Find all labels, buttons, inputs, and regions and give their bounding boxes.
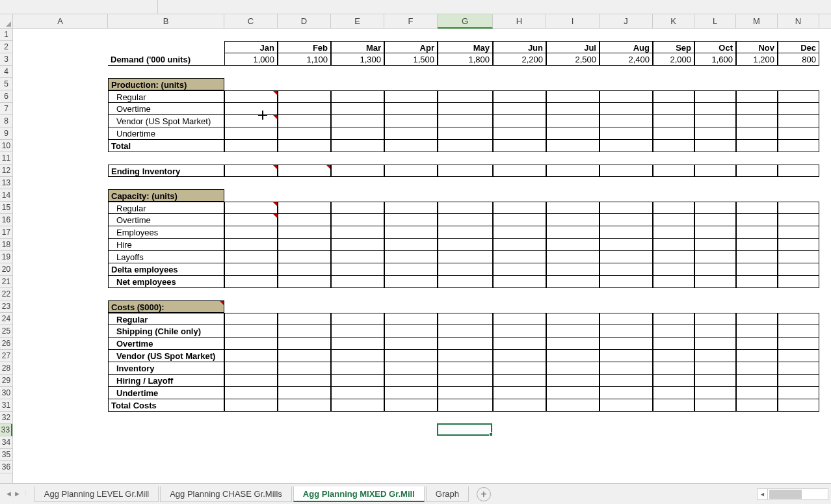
cell-K12[interactable]	[653, 165, 694, 177]
cell-F30[interactable]	[384, 387, 438, 399]
row-header-10[interactable]: 10	[0, 140, 12, 152]
cell-F31[interactable]	[384, 399, 438, 412]
cell-I17[interactable]	[546, 226, 600, 239]
row-header-3[interactable]: 3	[0, 53, 12, 66]
row-header-18[interactable]: 18	[0, 239, 12, 251]
production-total-label[interactable]: Total	[108, 140, 224, 152]
cell-D24[interactable]	[278, 313, 331, 325]
tab-nav-arrows[interactable]: ◄ ► ⋮	[0, 490, 34, 498]
cell-N18[interactable]	[778, 239, 819, 251]
cell-M27[interactable]	[736, 350, 778, 362]
column-header-E[interactable]: E	[331, 14, 384, 29]
scroll-left-icon[interactable]: ◄	[758, 489, 768, 499]
cell-G16[interactable]	[438, 214, 493, 226]
sheet-tab-1[interactable]: Agg Planning CHASE Gr.Mills	[160, 486, 292, 502]
row-header-35[interactable]: 35	[0, 449, 12, 461]
cell-J29[interactable]	[600, 375, 653, 387]
cell-G20[interactable]	[438, 263, 493, 276]
cell-G6[interactable]	[438, 90, 493, 103]
cell-M18[interactable]	[736, 239, 778, 251]
cell-H31[interactable]	[493, 399, 546, 412]
cell-L25[interactable]	[694, 325, 736, 338]
row-header-5[interactable]: 5	[0, 78, 12, 90]
cell-K31[interactable]	[653, 399, 694, 412]
cell-K26[interactable]	[653, 338, 694, 350]
cell-J19[interactable]	[600, 251, 653, 263]
cell-J8[interactable]	[600, 115, 653, 127]
month-header-nov[interactable]: Nov	[736, 41, 778, 53]
column-header-I[interactable]: I	[546, 14, 600, 29]
month-header-mar[interactable]: Mar	[331, 41, 384, 53]
column-header-B[interactable]: B	[108, 14, 224, 29]
row-header-28[interactable]: 28	[0, 362, 12, 375]
cell-N15[interactable]	[778, 202, 819, 214]
row-header-9[interactable]: 9	[0, 127, 12, 140]
cell-H30[interactable]	[493, 387, 546, 399]
cell-E6[interactable]	[331, 90, 384, 103]
cell-N16[interactable]	[778, 214, 819, 226]
sheet-tab-2[interactable]: Agg Planning MIXED Gr.Mill	[293, 486, 425, 502]
column-header-J[interactable]: J	[600, 14, 653, 29]
cell-D17[interactable]	[278, 226, 331, 239]
cell-C26[interactable]	[224, 338, 278, 350]
cell-I27[interactable]	[546, 350, 600, 362]
demand-nov[interactable]: 1,200	[736, 53, 778, 66]
cell-E12[interactable]	[331, 165, 384, 177]
cell-E8[interactable]	[331, 115, 384, 127]
cell-D9[interactable]	[278, 127, 331, 140]
cell-K19[interactable]	[653, 251, 694, 263]
cell-J27[interactable]	[600, 350, 653, 362]
cell-I29[interactable]	[546, 375, 600, 387]
cell-C27[interactable]	[224, 350, 278, 362]
row-header-14[interactable]: 14	[0, 189, 12, 202]
month-header-sep[interactable]: Sep	[653, 41, 694, 53]
cell-E7[interactable]	[331, 103, 384, 115]
cell-M24[interactable]	[736, 313, 778, 325]
cell-H17[interactable]	[493, 226, 546, 239]
cell-N17[interactable]	[778, 226, 819, 239]
cell-I26[interactable]	[546, 338, 600, 350]
row-header-1[interactable]: 1	[0, 29, 12, 41]
demand-sep[interactable]: 2,000	[653, 53, 694, 66]
cell-C25[interactable]	[224, 325, 278, 338]
scroll-thumb[interactable]	[769, 490, 802, 499]
cell-I12[interactable]	[546, 165, 600, 177]
cell-D26[interactable]	[278, 338, 331, 350]
cell-H21[interactable]	[493, 276, 546, 288]
cell-G7[interactable]	[438, 103, 493, 115]
cell-L9[interactable]	[694, 127, 736, 140]
column-header-A[interactable]: A	[13, 14, 108, 29]
cell-N30[interactable]	[778, 387, 819, 399]
month-header-feb[interactable]: Feb	[278, 41, 331, 53]
cell-K20[interactable]	[653, 263, 694, 276]
cell-I6[interactable]	[546, 90, 600, 103]
cell-E19[interactable]	[331, 251, 384, 263]
cell-N27[interactable]	[778, 350, 819, 362]
cell-H20[interactable]	[493, 263, 546, 276]
month-header-may[interactable]: May	[438, 41, 493, 53]
cell-N28[interactable]	[778, 362, 819, 375]
cell-I28[interactable]	[546, 362, 600, 375]
cell-E20[interactable]	[331, 263, 384, 276]
cell-H24[interactable]	[493, 313, 546, 325]
cell-M15[interactable]	[736, 202, 778, 214]
column-header-M[interactable]: M	[736, 14, 778, 29]
cell-K9[interactable]	[653, 127, 694, 140]
cell-F10[interactable]	[384, 140, 438, 152]
cell-G21[interactable]	[438, 276, 493, 288]
cell-M8[interactable]	[736, 115, 778, 127]
cell-H26[interactable]	[493, 338, 546, 350]
demand-may[interactable]: 1,800	[438, 53, 493, 66]
production-row-overtime[interactable]: Overtime	[108, 103, 224, 115]
cell-G24[interactable]	[438, 313, 493, 325]
cell-L7[interactable]	[694, 103, 736, 115]
cell-H10[interactable]	[493, 140, 546, 152]
cell-F16[interactable]	[384, 214, 438, 226]
cell-J31[interactable]	[600, 399, 653, 412]
demand-jun[interactable]: 2,200	[493, 53, 546, 66]
row-header-21[interactable]: 21	[0, 276, 12, 288]
cell-F28[interactable]	[384, 362, 438, 375]
cell-D27[interactable]	[278, 350, 331, 362]
demand-apr[interactable]: 1,500	[384, 53, 438, 66]
cell-F17[interactable]	[384, 226, 438, 239]
